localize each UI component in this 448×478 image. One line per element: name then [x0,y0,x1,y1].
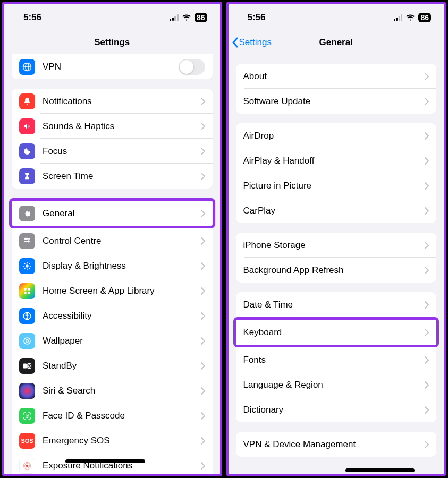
chevron-right-icon [201,123,205,130]
row-label: General [43,208,201,219]
row-vpndm[interactable]: VPN & Device Management [236,432,437,457]
chevron-right-icon [201,437,205,445]
chevron-right-icon [201,148,205,155]
svg-rect-16 [24,288,27,291]
row-homescreen[interactable]: Home Screen & App Library [12,278,213,303]
svg-point-28 [28,415,29,415]
redaction-strike [65,459,145,463]
sos-icon: SOS [19,433,35,449]
row-airdrop[interactable]: AirDrop [236,123,437,148]
nav-header: Settings [4,31,220,54]
row-fonts[interactable]: Fonts [236,347,437,372]
group-vpn: VPN [12,54,213,79]
row-focus[interactable]: Focus [12,139,213,164]
accessibility-icon [19,308,35,324]
row-about[interactable]: About [236,64,437,89]
chevron-right-icon [201,173,205,180]
chevron-right-icon [425,157,429,165]
chevron-right-icon [425,301,429,309]
row-label: Keyboard [243,327,425,338]
row-siri[interactable]: Siri & Search [12,378,213,403]
wifi-icon [405,14,415,21]
chevron-right-icon [425,356,429,364]
row-label: Background App Refresh [243,265,425,276]
row-label: Accessibility [43,311,201,321]
back-button[interactable]: Settings [232,37,272,48]
chevron-right-icon [201,412,205,420]
chevron-right-icon [201,387,205,395]
row-label: Siri & Search [43,386,201,396]
row-accessibility[interactable]: Accessibility [12,303,213,328]
row-label: Screen Time [43,171,201,182]
row-vpn[interactable]: VPN [12,54,213,79]
group-storage: iPhone Storage Background App Refresh [236,233,437,283]
svg-point-23 [26,339,29,342]
brightness-icon [19,258,35,274]
row-controlcentre[interactable]: Control Centre [12,228,213,253]
row-exposure[interactable]: Exposure Notifications [12,453,213,474]
row-label: Face ID & Passcode [43,411,201,421]
hourglass-icon [19,168,35,184]
svg-line-13 [29,268,30,268]
svg-line-14 [24,268,25,268]
standby-icon [19,358,35,374]
chevron-right-icon [201,287,205,295]
chevron-right-icon [425,207,429,215]
battery-icon: 86 [195,13,207,22]
row-notifications[interactable]: Notifications [12,89,213,114]
row-display[interactable]: Display & Brightness [12,253,213,278]
group-about: About Software Update [236,64,437,114]
chevron-right-icon [201,312,205,320]
content: About Software Update AirDrop AirPlay & … [229,54,444,474]
row-bgrefresh[interactable]: Background App Refresh [236,258,437,283]
row-dictionary[interactable]: Dictionary [236,397,437,422]
speaker-icon [19,118,35,134]
nav-header: Settings General [229,31,444,54]
row-sounds[interactable]: Sounds & Haptics [12,114,213,139]
row-label: StandBy [43,361,201,371]
row-label: Home Screen & App Library [43,286,201,296]
row-label: iPhone Storage [243,240,425,251]
row-label: Emergency SOS [43,436,201,446]
row-sos[interactable]: SOS Emergency SOS [12,428,213,453]
cellular-icon [170,14,179,21]
chevron-right-icon [425,406,429,414]
chevron-right-icon [201,237,205,245]
row-general[interactable]: General [12,201,213,226]
highlight-keyboard: Keyboard [233,317,439,347]
row-datetime[interactable]: Date & Time [236,292,437,317]
row-software[interactable]: Software Update [236,89,437,114]
svg-line-12 [24,263,25,264]
row-label: Sounds & Haptics [43,121,201,132]
row-label: Language & Region [243,380,425,390]
group-notifications: Notifications Sounds & Haptics Focus Scr… [12,89,213,189]
row-wallpaper[interactable]: Wallpaper [12,328,213,353]
battery-icon: 86 [418,13,431,22]
svg-line-15 [29,263,30,264]
row-label: Fonts [243,355,425,365]
bell-icon [19,93,35,109]
vpn-toggle[interactable] [179,59,205,75]
row-language[interactable]: Language & Region [236,372,437,397]
svg-rect-19 [28,292,30,294]
svg-point-21 [27,313,28,314]
row-standby[interactable]: StandBy [12,353,213,378]
row-pip[interactable]: Picture in Picture [236,173,437,198]
chevron-right-icon [201,362,205,370]
group-vpndm: VPN & Device Management [236,432,437,457]
row-airplay[interactable]: AirPlay & Handoff [236,148,437,173]
row-keyboard[interactable]: Keyboard [236,320,437,345]
svg-rect-24 [23,363,27,368]
row-carplay[interactable]: CarPlay [236,198,437,223]
row-screentime[interactable]: Screen Time [12,164,213,189]
svg-point-5 [24,237,27,240]
row-storage[interactable]: iPhone Storage [236,233,437,258]
row-label: VPN & Device Management [243,439,425,450]
row-faceid[interactable]: Face ID & Passcode [12,403,213,428]
row-label: Date & Time [243,300,425,310]
group-keyboard: Date & Time Keyboard Fonts Language & Re… [236,292,437,422]
group-general: Control Centre Display & Brightness Home… [12,228,213,474]
status-time: 5:56 [248,12,266,23]
row-label: Dictionary [243,405,425,415]
svg-point-27 [26,415,26,415]
